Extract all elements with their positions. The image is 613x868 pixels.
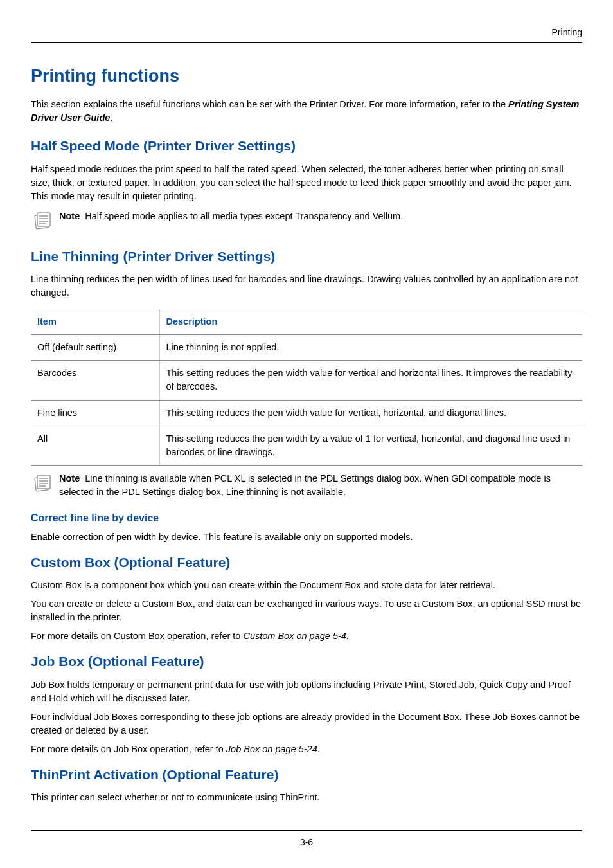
page-title: Printing functions: [31, 64, 582, 89]
custom-box-p3-pre: For more details on Custom Box operation…: [31, 631, 243, 641]
heading-correct-fine-line: Correct fine line by device: [31, 511, 582, 525]
intro-post: .: [110, 113, 112, 123]
half-speed-body: Half speed mode reduces the print speed …: [31, 163, 582, 203]
page-footer: 3-6: [31, 830, 582, 849]
intro-paragraph: This section explains the useful functio…: [31, 98, 582, 125]
note-label: Note: [59, 473, 80, 484]
line-thinning-table: Item Description Off (default setting) L…: [31, 309, 582, 465]
line-thinning-body: Line thinning reduces the pen width of l…: [31, 273, 582, 300]
job-box-ref: Job Box on page 5-24: [226, 744, 317, 754]
table-row: All This setting reduces the pen width b…: [31, 426, 582, 465]
table-cell-item: Fine lines: [31, 400, 159, 426]
custom-box-p2: You can create or delete a Custom Box, a…: [31, 597, 582, 624]
note-half-speed: Note Half speed mode applies to all medi…: [31, 210, 582, 235]
heading-half-speed: Half Speed Mode (Printer Driver Settings…: [31, 136, 582, 156]
thinprint-body: This printer can select whether or not t…: [31, 791, 582, 804]
table-row: Fine lines This setting reduces the pen …: [31, 400, 582, 426]
table-cell-item: Barcodes: [31, 361, 159, 400]
svg-rect-1: [37, 213, 50, 226]
table-cell-desc: Line thinning is not applied.: [159, 335, 582, 361]
table-row: Off (default setting) Line thinning is n…: [31, 335, 582, 361]
job-box-p3: For more details on Job Box operation, r…: [31, 743, 582, 756]
note-label: Note: [59, 211, 80, 221]
note-icon: [31, 472, 54, 498]
custom-box-p3: For more details on Custom Box operation…: [31, 629, 582, 643]
page-number: 3-6: [300, 837, 313, 847]
job-box-p2: Four individual Job Boxes corresponding …: [31, 710, 582, 737]
table-cell-desc: This setting reduces the pen width value…: [159, 361, 582, 400]
job-box-p3-pre: For more details on Job Box operation, r…: [31, 744, 226, 754]
note-body: Line thinning is available when PCL XL i…: [59, 473, 551, 497]
heading-line-thinning: Line Thinning (Printer Driver Settings): [31, 247, 582, 266]
header-section-label: Printing: [552, 27, 582, 37]
correct-fine-line-body: Enable correction of pen width by device…: [31, 530, 582, 544]
custom-box-ref: Custom Box on page 5-4: [243, 631, 346, 641]
note-line-thinning: Note Line thinning is available when PCL…: [31, 472, 582, 499]
table-cell-desc: This setting reduces the pen width value…: [159, 400, 582, 426]
job-box-p1: Job Box holds temporary or permanent pri…: [31, 678, 582, 705]
intro-pre: This section explains the useful functio…: [31, 99, 508, 109]
note-body: Half speed mode applies to all media typ…: [85, 211, 403, 221]
heading-thinprint: ThinPrint Activation (Optional Feature): [31, 765, 582, 784]
page-header: Printing: [31, 26, 582, 43]
note-half-speed-text: Note Half speed mode applies to all medi…: [59, 210, 582, 223]
table-row: Barcodes This setting reduces the pen wi…: [31, 361, 582, 400]
note-line-thinning-text: Note Line thinning is available when PCL…: [59, 472, 582, 499]
custom-box-p1: Custom Box is a component box which you …: [31, 579, 582, 592]
table-cell-item: All: [31, 426, 159, 465]
table-cell-desc: This setting reduces the pen width by a …: [159, 426, 582, 465]
table-header-item: Item: [31, 309, 159, 335]
heading-job-box: Job Box (Optional Feature): [31, 652, 582, 671]
svg-rect-7: [37, 475, 50, 489]
table-cell-item: Off (default setting): [31, 335, 159, 361]
heading-custom-box: Custom Box (Optional Feature): [31, 553, 582, 572]
table-header-description: Description: [159, 309, 582, 335]
job-box-p3-post: .: [317, 744, 320, 754]
note-icon: [31, 210, 54, 235]
custom-box-p3-post: .: [346, 631, 349, 641]
